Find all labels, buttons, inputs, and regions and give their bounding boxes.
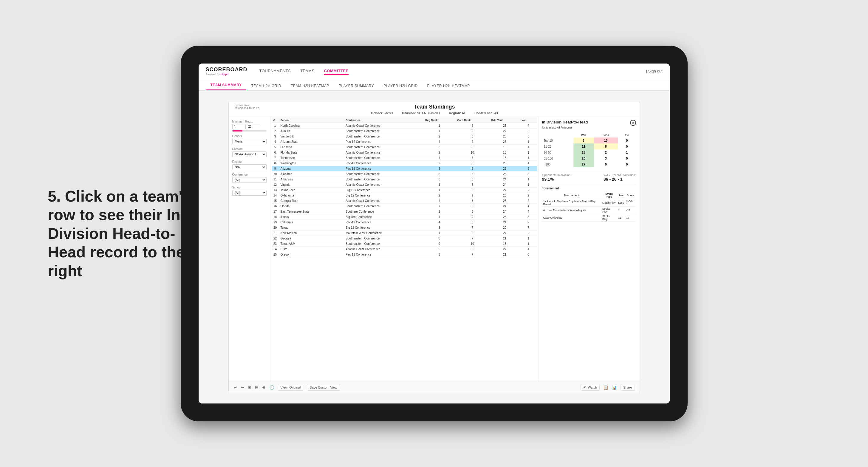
table-row[interactable]: 1 North Carolina Atlantic Coast Conferen… [272, 123, 537, 128]
table-row[interactable]: 14 Oklahoma Big 12 Conference 2 9 26 2 [272, 193, 537, 198]
cell-school: California [279, 220, 344, 225]
min-rounds-min[interactable] [232, 124, 246, 129]
cell-rds: 27 [490, 230, 520, 236]
tournaments-table: Tournament Event Type Pos Score Jackson … [542, 192, 636, 222]
table-row[interactable]: 22 Georgia Southeastern Conference 8 7 2… [272, 236, 537, 241]
nav-tournaments[interactable]: TOURNAMENTS [259, 67, 291, 75]
nav-committee[interactable]: COMMITTEE [324, 67, 348, 75]
subnav-player-h2h-grid[interactable]: PLAYER H2H GRID [379, 82, 423, 90]
h2h-loss-cell: 0 [594, 161, 618, 167]
opponents-group: Opponents in division: 99.1% [542, 174, 571, 182]
cell-reg-rank: 7 [424, 204, 455, 209]
table-row[interactable]: 17 East Tennessee State Southern Confere… [272, 209, 537, 214]
table-row[interactable]: 21 New Mexico Mountain West Conference 1… [272, 230, 537, 236]
table-row[interactable]: 2 Auburn Southeastern Conference 1 9 27 … [272, 128, 537, 134]
toolbar-icon-3[interactable]: ⊞ [248, 385, 251, 390]
h2h-range-label: 11-25 [542, 144, 574, 149]
cell-conference: Atlantic Coast Conference [344, 247, 424, 252]
cell-win: 4 [520, 198, 537, 204]
clock-icon[interactable]: 🕐 [269, 385, 274, 390]
table-row[interactable]: 13 Texas Tech Big 12 Conference 1 9 27 2 [272, 188, 537, 193]
h2h-range-label: 51-100 [542, 155, 574, 161]
table-row[interactable]: 11 Arkansas Southeastern Conference 6 8 … [272, 177, 537, 182]
cell-conf-rank: 9 [455, 193, 489, 198]
table-row[interactable]: 5 Ole Miss Southeastern Conference 3 6 1… [272, 145, 537, 150]
table-row[interactable]: 12 Virginia Atlantic Coast Conference 1 … [272, 182, 537, 188]
toolbar-icon-7[interactable]: 📊 [612, 385, 617, 390]
cell-reg-rank: 3 [424, 225, 455, 230]
rounds-slider[interactable] [232, 130, 267, 131]
table-row[interactable]: 10 Alabama Southeastern Conference 5 8 2… [272, 172, 537, 177]
opponents-value: 99.1% [542, 177, 571, 182]
cell-school: Duke [279, 247, 344, 252]
cell-conference: Big 12 Conference [344, 193, 424, 198]
gender-filter[interactable]: Men's [232, 139, 267, 144]
cell-rank: 10 [272, 172, 279, 177]
tournament-score: 17 [625, 214, 636, 222]
th-event-type: Event Type [601, 192, 617, 199]
share-button[interactable]: Share [621, 384, 634, 391]
table-row[interactable]: 7 Tennessee Southeastern Conference 4 6 … [272, 155, 537, 161]
record-label: W-L-T record in-division: [603, 174, 636, 177]
subnav-team-h2h-grid[interactable]: TEAM H2H GRID [246, 82, 286, 90]
tournament-header-row: Tournament Event Type Pos Score [542, 192, 636, 199]
toolbar-icon-6[interactable]: 📋 [603, 385, 608, 390]
table-row[interactable]: 4 Arizona State Pac-12 Conference 4 9 26… [272, 139, 537, 145]
h2h-win-cell: 3 [574, 137, 594, 144]
table-row[interactable]: 16 Florida Southeastern Conference 7 9 2… [272, 204, 537, 209]
cell-conf-rank: 7 [455, 225, 489, 230]
cell-conf-rank: 8 [455, 166, 489, 172]
redo-icon[interactable]: ↪ [241, 385, 244, 390]
cell-school: Vanderbilt [279, 134, 344, 139]
table-row[interactable]: 6 Florida State Atlantic Coast Conferenc… [272, 150, 537, 155]
sign-out-link[interactable]: | Sign out [646, 69, 662, 73]
table-row[interactable]: 18 Illinois Big Ten Conference 1 9 23 3 [272, 214, 537, 220]
subnav-player-summary[interactable]: PLAYER SUMMARY [334, 82, 379, 90]
h2h-range-label: Top 10 [542, 137, 574, 144]
cell-reg-rank: 1 [424, 209, 455, 214]
table-row[interactable]: 24 Duke Atlantic Coast Conference 5 9 27… [272, 247, 537, 252]
subnav-player-h2h-heatmap[interactable]: PLAYER H2H HEATMAP [423, 82, 475, 90]
cell-rank: 13 [272, 188, 279, 193]
undo-icon[interactable]: ↩ [234, 385, 237, 390]
table-row[interactable]: 3 Vanderbilt Southeastern Conference 2 8… [272, 134, 537, 139]
cell-school: Texas Tech [279, 188, 344, 193]
cell-conference: Big Ten Conference [344, 214, 424, 220]
save-custom-button[interactable]: Save Custom View [307, 384, 340, 391]
table-row[interactable]: 23 Texas A&M Southeastern Conference 9 1… [272, 241, 537, 247]
cell-school: Tennessee [279, 155, 344, 161]
table-row[interactable]: 19 California Pac-12 Conference 4 8 24 2 [272, 220, 537, 225]
view-original-button[interactable]: View: Original [278, 384, 304, 391]
table-row[interactable]: 8 Washington Pac-12 Conference 2 8 23 1 [272, 161, 537, 166]
cell-conf-rank: 8 [455, 172, 489, 177]
table-row[interactable]: 20 Texas Big 12 Conference 3 7 20 7 [272, 225, 537, 230]
cell-rank: 15 [272, 198, 279, 204]
subnav-team-summary[interactable]: TEAM SUMMARY [206, 81, 247, 90]
subnav-team-h2h-heatmap[interactable]: TEAM H2H HEATMAP [286, 82, 334, 90]
toolbar-icon-4[interactable]: ⊟ [255, 385, 258, 390]
cell-reg-rank: 1 [424, 188, 455, 193]
cell-school: Oklahoma [279, 193, 344, 198]
cell-conference: Pac-12 Conference [344, 252, 424, 257]
cell-conference: Southeastern Conference [344, 145, 424, 150]
h2h-close-button[interactable]: ✕ [630, 120, 636, 126]
cell-rank: 14 [272, 193, 279, 198]
region-filter[interactable]: N/A [232, 164, 267, 170]
cell-reg-rank: 5 [424, 247, 455, 252]
toolbar-icon-5[interactable]: ⊕ [262, 385, 266, 390]
table-row[interactable]: 15 Georgia Tech Atlantic Coast Conferenc… [272, 198, 537, 204]
conference-filter[interactable]: (All) [232, 177, 267, 183]
nav-teams[interactable]: TEAMS [300, 67, 314, 75]
school-filter[interactable]: (All) [232, 190, 267, 196]
division-filter[interactable]: NCAA Division I [232, 152, 267, 157]
watch-button[interactable]: 👁 Watch [581, 384, 600, 391]
watch-label: Watch [588, 385, 597, 389]
min-rounds-max[interactable] [247, 124, 260, 129]
cell-reg-rank: 6 [424, 177, 455, 182]
table-row[interactable]: 25 Oregon Pac-12 Conference 5 7 21 0 [272, 252, 537, 257]
cell-win: 1 [520, 247, 537, 252]
cell-school: New Mexico [279, 230, 344, 236]
cell-rank: 9 [272, 166, 279, 172]
cell-reg-rank: 4 [424, 155, 455, 161]
table-row[interactable]: 9 Arizona Pac-12 Conference 3 8 23 3 [272, 166, 537, 172]
